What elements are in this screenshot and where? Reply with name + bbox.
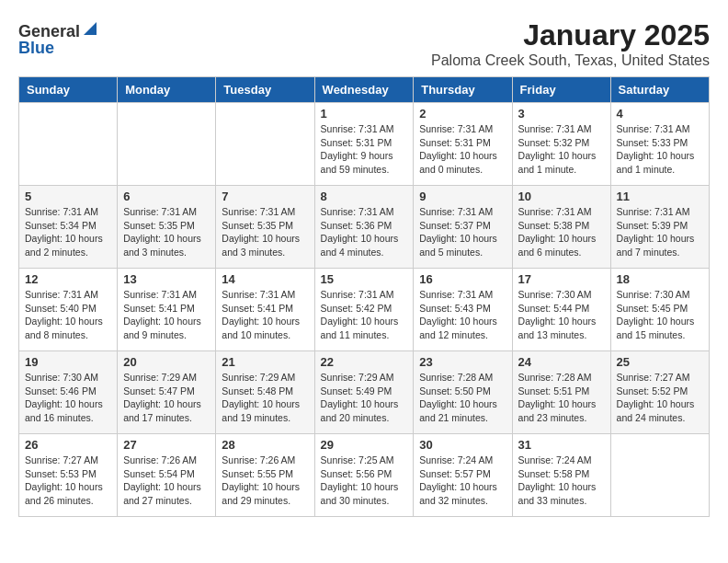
logo-blue-text: Blue — [18, 40, 54, 56]
calendar-day-1: 1Sunrise: 7:31 AM Sunset: 5:31 PM Daylig… — [314, 103, 414, 186]
calendar-day-24: 24Sunrise: 7:28 AM Sunset: 5:51 PM Dayli… — [512, 351, 610, 434]
day-number: 31 — [518, 438, 605, 452]
calendar-day-15: 15Sunrise: 7:31 AM Sunset: 5:42 PM Dayli… — [314, 269, 414, 351]
day-detail: Sunrise: 7:30 AM Sunset: 5:44 PM Dayligh… — [518, 288, 605, 342]
calendar-week-row: 5Sunrise: 7:31 AM Sunset: 5:34 PM Daylig… — [19, 186, 710, 269]
weekday-header-sunday: Sunday — [19, 77, 118, 103]
day-number: 19 — [25, 355, 111, 369]
calendar-day-2: 2Sunrise: 7:31 AM Sunset: 5:31 PM Daylig… — [414, 103, 512, 186]
day-number: 10 — [518, 190, 605, 203]
calendar-day-30: 30Sunrise: 7:24 AM Sunset: 5:57 PM Dayli… — [414, 434, 512, 517]
calendar-day-17: 17Sunrise: 7:30 AM Sunset: 5:44 PM Dayli… — [512, 269, 610, 351]
calendar-day-27: 27Sunrise: 7:26 AM Sunset: 5:54 PM Dayli… — [118, 434, 216, 517]
calendar-day-9: 9Sunrise: 7:31 AM Sunset: 5:37 PM Daylig… — [414, 186, 512, 269]
day-detail: Sunrise: 7:31 AM Sunset: 5:35 PM Dayligh… — [123, 205, 210, 259]
calendar-day-7: 7Sunrise: 7:31 AM Sunset: 5:35 PM Daylig… — [216, 186, 314, 269]
day-detail: Sunrise: 7:29 AM Sunset: 5:48 PM Dayligh… — [222, 371, 308, 425]
calendar-day-10: 10Sunrise: 7:31 AM Sunset: 5:38 PM Dayli… — [512, 186, 610, 269]
calendar-week-row: 19Sunrise: 7:30 AM Sunset: 5:46 PM Dayli… — [19, 351, 710, 434]
day-number: 17 — [518, 272, 605, 286]
calendar-day-29: 29Sunrise: 7:25 AM Sunset: 5:56 PM Dayli… — [314, 434, 414, 517]
calendar-empty-cell — [216, 103, 314, 186]
day-number: 30 — [419, 438, 506, 452]
weekday-header-friday: Friday — [512, 77, 610, 103]
day-detail: Sunrise: 7:28 AM Sunset: 5:50 PM Dayligh… — [419, 371, 506, 425]
day-number: 5 — [25, 190, 111, 203]
day-detail: Sunrise: 7:28 AM Sunset: 5:51 PM Dayligh… — [518, 371, 605, 425]
day-detail: Sunrise: 7:31 AM Sunset: 5:43 PM Dayligh… — [419, 288, 506, 342]
calendar-day-5: 5Sunrise: 7:31 AM Sunset: 5:34 PM Daylig… — [19, 186, 118, 269]
calendar-header: January 2025 Paloma Creek South, Texas, … — [18, 18, 710, 69]
calendar-day-23: 23Sunrise: 7:28 AM Sunset: 5:50 PM Dayli… — [414, 351, 512, 434]
svg-marker-0 — [84, 22, 97, 35]
day-number: 4 — [617, 107, 703, 121]
day-detail: Sunrise: 7:31 AM Sunset: 5:32 PM Dayligh… — [518, 122, 605, 177]
day-number: 8 — [321, 190, 408, 203]
weekday-header-row: SundayMondayTuesdayWednesdayThursdayFrid… — [19, 77, 710, 103]
day-detail: Sunrise: 7:27 AM Sunset: 5:53 PM Dayligh… — [25, 454, 111, 508]
calendar-subtitle: Paloma Creek South, Texas, United States — [18, 52, 710, 69]
calendar-day-18: 18Sunrise: 7:30 AM Sunset: 5:45 PM Dayli… — [610, 269, 709, 351]
day-number: 27 — [123, 438, 210, 452]
day-number: 6 — [123, 190, 210, 203]
day-detail: Sunrise: 7:31 AM Sunset: 5:33 PM Dayligh… — [617, 122, 703, 177]
calendar-week-row: 1Sunrise: 7:31 AM Sunset: 5:31 PM Daylig… — [19, 103, 710, 186]
calendar-day-14: 14Sunrise: 7:31 AM Sunset: 5:41 PM Dayli… — [216, 269, 314, 351]
logo-general-text: General — [18, 23, 80, 40]
day-number: 26 — [25, 438, 111, 452]
day-number: 29 — [321, 438, 408, 452]
calendar-day-12: 12Sunrise: 7:31 AM Sunset: 5:40 PM Dayli… — [19, 269, 118, 351]
day-number: 13 — [123, 272, 210, 286]
calendar-day-21: 21Sunrise: 7:29 AM Sunset: 5:48 PM Dayli… — [216, 351, 314, 434]
calendar-empty-cell — [118, 103, 216, 186]
calendar-day-11: 11Sunrise: 7:31 AM Sunset: 5:39 PM Dayli… — [610, 186, 709, 269]
day-detail: Sunrise: 7:31 AM Sunset: 5:41 PM Dayligh… — [222, 288, 308, 342]
day-detail: Sunrise: 7:31 AM Sunset: 5:31 PM Dayligh… — [321, 122, 408, 177]
logo: General Blue — [18, 22, 98, 56]
day-number: 2 — [419, 107, 506, 121]
day-detail: Sunrise: 7:26 AM Sunset: 5:54 PM Dayligh… — [123, 454, 210, 508]
day-number: 14 — [222, 272, 308, 286]
calendar-day-13: 13Sunrise: 7:31 AM Sunset: 5:41 PM Dayli… — [118, 269, 216, 351]
day-detail: Sunrise: 7:31 AM Sunset: 5:37 PM Dayligh… — [419, 205, 506, 259]
weekday-header-thursday: Thursday — [414, 77, 512, 103]
calendar-day-31: 31Sunrise: 7:24 AM Sunset: 5:58 PM Dayli… — [512, 434, 610, 517]
day-detail: Sunrise: 7:29 AM Sunset: 5:49 PM Dayligh… — [321, 371, 408, 425]
calendar-day-19: 19Sunrise: 7:30 AM Sunset: 5:46 PM Dayli… — [19, 351, 118, 434]
day-detail: Sunrise: 7:29 AM Sunset: 5:47 PM Dayligh… — [123, 371, 210, 425]
day-number: 23 — [419, 355, 506, 369]
day-number: 22 — [321, 355, 408, 369]
day-number: 18 — [617, 272, 703, 286]
day-number: 16 — [419, 272, 506, 286]
day-detail: Sunrise: 7:31 AM Sunset: 5:35 PM Dayligh… — [222, 205, 308, 259]
day-detail: Sunrise: 7:31 AM Sunset: 5:31 PM Dayligh… — [419, 122, 506, 177]
day-detail: Sunrise: 7:30 AM Sunset: 5:45 PM Dayligh… — [617, 288, 703, 342]
day-detail: Sunrise: 7:31 AM Sunset: 5:40 PM Dayligh… — [25, 288, 111, 342]
day-detail: Sunrise: 7:24 AM Sunset: 5:57 PM Dayligh… — [419, 454, 506, 508]
day-detail: Sunrise: 7:24 AM Sunset: 5:58 PM Dayligh… — [518, 454, 605, 508]
weekday-header-monday: Monday — [118, 77, 216, 103]
calendar-day-22: 22Sunrise: 7:29 AM Sunset: 5:49 PM Dayli… — [314, 351, 414, 434]
day-detail: Sunrise: 7:31 AM Sunset: 5:42 PM Dayligh… — [321, 288, 408, 342]
day-detail: Sunrise: 7:27 AM Sunset: 5:52 PM Dayligh… — [617, 371, 703, 425]
day-number: 20 — [123, 355, 210, 369]
calendar-day-4: 4Sunrise: 7:31 AM Sunset: 5:33 PM Daylig… — [610, 103, 709, 186]
logo-triangle-icon — [82, 20, 98, 40]
day-number: 1 — [321, 107, 408, 121]
weekday-header-wednesday: Wednesday — [314, 77, 414, 103]
day-number: 21 — [222, 355, 308, 369]
calendar-day-25: 25Sunrise: 7:27 AM Sunset: 5:52 PM Dayli… — [610, 351, 709, 434]
calendar-title: January 2025 — [18, 18, 710, 52]
calendar-day-16: 16Sunrise: 7:31 AM Sunset: 5:43 PM Dayli… — [414, 269, 512, 351]
calendar-day-3: 3Sunrise: 7:31 AM Sunset: 5:32 PM Daylig… — [512, 103, 610, 186]
day-number: 7 — [222, 190, 308, 203]
weekday-header-tuesday: Tuesday — [216, 77, 314, 103]
calendar-empty-cell — [19, 103, 118, 186]
day-number: 28 — [222, 438, 308, 452]
calendar-day-26: 26Sunrise: 7:27 AM Sunset: 5:53 PM Dayli… — [19, 434, 118, 517]
day-detail: Sunrise: 7:25 AM Sunset: 5:56 PM Dayligh… — [321, 454, 408, 508]
calendar-day-28: 28Sunrise: 7:26 AM Sunset: 5:55 PM Dayli… — [216, 434, 314, 517]
day-number: 11 — [617, 190, 703, 203]
day-detail: Sunrise: 7:31 AM Sunset: 5:34 PM Dayligh… — [25, 205, 111, 259]
day-detail: Sunrise: 7:30 AM Sunset: 5:46 PM Dayligh… — [25, 371, 111, 425]
